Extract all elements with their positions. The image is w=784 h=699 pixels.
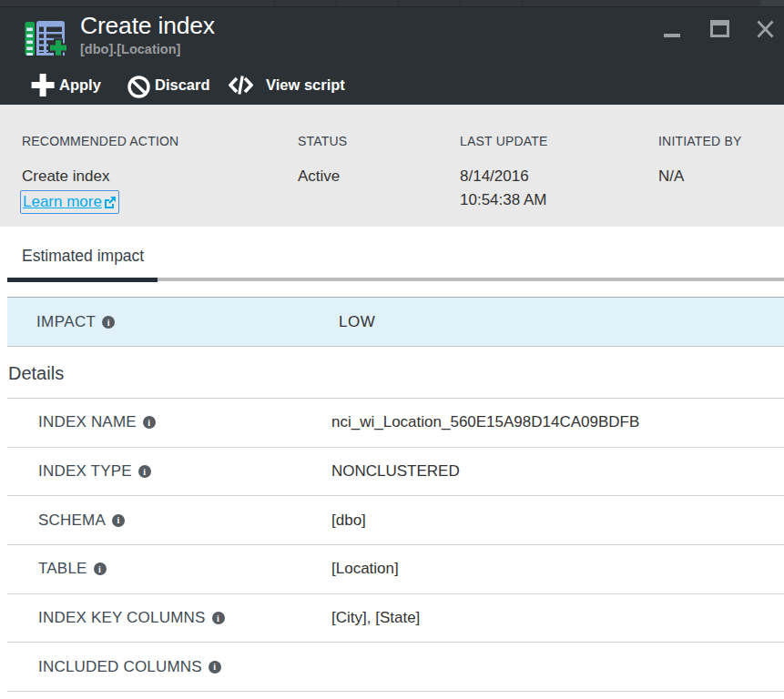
last-update-date: 8/14/2016 [460,167,529,186]
external-link-icon [104,196,117,208]
details-heading: Details [8,363,64,384]
info-icon[interactable]: i [209,661,221,674]
details-row-label: SCHEMA i [38,512,125,530]
details-row-value: [dbo] [331,512,366,530]
impact-label-text: IMPACT [36,313,96,331]
maximize-button[interactable] [710,20,729,37]
details-row-label-text: TABLE [38,560,87,578]
info-icon[interactable]: i [212,612,225,624]
details-row-value: [Location] [331,560,399,578]
plus-icon [31,74,55,96]
info-icon[interactable]: i [143,416,156,429]
details-row-label-text: INDEX TYPE [38,462,132,481]
view-script-label: View script [266,76,345,94]
info-icon[interactable]: i [94,562,107,575]
impact-value: LOW [339,313,375,331]
create-index-blade: Create index [dbo].[Location] Apply [0,0,784,699]
details-row-label: TABLE i [38,560,107,578]
learn-more-link[interactable]: Learn more [20,190,119,214]
apply-label: Apply [59,76,101,94]
details-row: INDEX NAME i nci_wi_Location_560E15A98D1… [7,399,784,448]
details-row-value: nci_wi_Location_560E15A98D14CA09BDFB [331,413,639,431]
initiated-by-header: INITIATED BY [658,134,742,148]
details-row: TABLE i [Location] [7,545,784,594]
recommended-action-value: Create index [22,167,109,186]
apply-button[interactable]: Apply [31,67,101,102]
view-script-button[interactable]: View script [229,67,345,102]
learn-more-label[interactable]: Learn more [23,193,102,211]
info-icon[interactable]: i [102,316,115,329]
details-row: INCLUDED COLUMNS i [7,643,784,692]
close-icon [757,20,774,38]
block-icon [127,76,150,98]
status-header: STATUS [298,134,347,148]
info-icon[interactable]: i [138,465,151,478]
blade-title: Create index [80,12,215,40]
close-button[interactable] [757,20,774,38]
window-top-strip [0,0,784,7]
last-update-time: 10:54:38 AM [460,191,546,209]
command-bar: Apply Discard View script [0,67,784,102]
last-update-header: LAST UPDATE [460,134,548,148]
create-index-icon [25,20,66,56]
details-table: INDEX NAME i nci_wi_Location_560E15A98D1… [7,398,784,692]
details-row-label: INCLUDED COLUMNS i [38,658,221,676]
details-row-label: INDEX KEY COLUMNS i [38,609,225,627]
details-row-label: INDEX NAME i [38,413,156,431]
impact-row: IMPACT i LOW [7,297,784,347]
blade-subtitle: [dbo].[Location] [80,42,180,56]
blade-header: Create index [dbo].[Location] Apply [0,7,784,105]
discard-button[interactable]: Discard [127,67,210,102]
code-icon [229,76,253,95]
minimize-button[interactable] [664,34,680,37]
details-row-label-text: SCHEMA [38,512,106,530]
details-row-label-text: INDEX KEY COLUMNS [38,609,206,627]
details-row: INDEX KEY COLUMNS i [City], [State] [7,594,784,643]
details-row: SCHEMA i [dbo] [7,496,784,545]
discard-label: Discard [155,76,210,94]
details-row-value: [City], [State] [331,609,420,627]
recommended-action-header: RECOMMENDED ACTION [22,134,178,148]
details-row-label-text: INCLUDED COLUMNS [38,658,202,676]
initiated-by-value: N/A [658,167,684,186]
tab-track [158,278,784,281]
info-icon[interactable]: i [112,514,125,527]
details-row-label-text: INDEX NAME [38,413,137,431]
recommendation-summary: RECOMMENDED ACTION Create index Learn mo… [0,105,784,227]
status-value: Active [298,167,340,186]
tab-bar: Estimated impact [0,227,784,297]
tab-estimated-impact[interactable]: Estimated impact [22,247,144,266]
details-row-label: INDEX TYPE i [38,462,151,481]
tab-active-underline [7,278,158,282]
details-row-value: NONCLUSTERED [331,462,460,481]
details-row: INDEX TYPE i NONCLUSTERED [7,448,784,497]
impact-label: IMPACT i [36,313,115,331]
